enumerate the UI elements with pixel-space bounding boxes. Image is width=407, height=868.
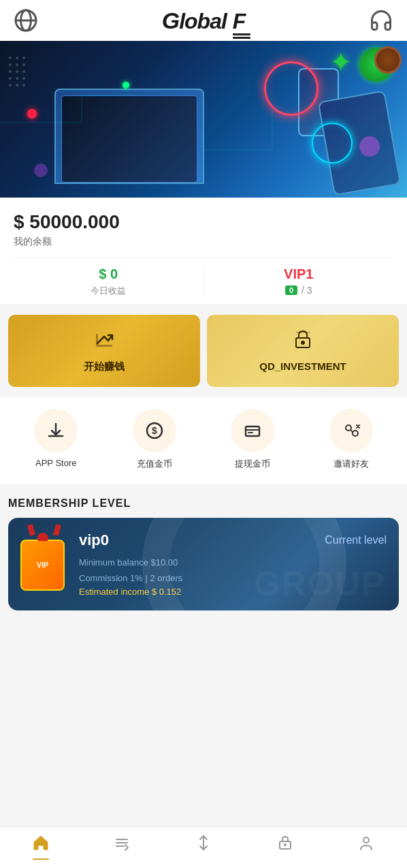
qd-investment-icon xyxy=(292,328,314,355)
svg-rect-25 xyxy=(96,345,112,347)
watermark-text: GROUP xyxy=(254,564,385,604)
start-earning-icon xyxy=(93,328,115,355)
coffee-decor xyxy=(374,46,402,74)
nav-investment[interactable] xyxy=(268,834,302,860)
svg-rect-31 xyxy=(246,427,259,436)
nav-profile[interactable] xyxy=(349,834,383,860)
app-store-label: APP Store xyxy=(35,458,76,468)
vip-total: / 3 xyxy=(302,285,312,296)
app-store-icon-circle xyxy=(34,409,78,452)
list-icon xyxy=(113,834,131,856)
home-active-indicator xyxy=(33,858,49,860)
vip-medal: VIP xyxy=(20,531,68,593)
home-icon xyxy=(32,834,50,856)
current-level-text: Current level xyxy=(325,534,387,546)
invite-icon-circle xyxy=(329,409,373,452)
balance-label: 我的余额 xyxy=(14,236,393,248)
withdraw-label: 提现金币 xyxy=(235,458,270,470)
header: Global F xyxy=(0,0,407,41)
svg-point-34 xyxy=(346,425,351,431)
membership-card: VIP vip0 Current level Minimum balance $… xyxy=(8,518,399,610)
action-buttons-row: 开始赚钱 QD_INVESTMENT xyxy=(0,304,407,398)
profile-icon xyxy=(357,834,375,856)
vip-stat: VIP1 0 / 3 xyxy=(204,266,394,297)
recharge-item[interactable]: $ 充值金币 xyxy=(133,409,176,470)
svg-point-35 xyxy=(353,431,358,436)
vip-count-badge: 0 xyxy=(285,285,297,295)
nav-transfer[interactable] xyxy=(186,834,221,860)
today-income-stat: $ 0 今日收益 xyxy=(14,266,204,297)
balance-amount: $ 50000.000 xyxy=(14,211,393,233)
svg-point-40 xyxy=(284,843,287,846)
globe-icon[interactable] xyxy=(14,8,38,33)
svg-point-41 xyxy=(363,837,369,843)
recharge-label: 充值金币 xyxy=(137,458,172,470)
balance-card: $ 50000.000 我的余额 $ 0 今日收益 VIP1 0 / 3 xyxy=(0,198,407,304)
withdraw-icon-circle xyxy=(231,409,274,452)
nav-list[interactable] xyxy=(105,834,139,860)
nav-home[interactable] xyxy=(24,834,58,860)
qd-investment-button[interactable]: QD_INVESTMENT xyxy=(207,315,399,387)
svg-point-28 xyxy=(301,341,305,345)
membership-title: MEMBERSHIP LEVEL xyxy=(8,497,399,510)
headset-icon[interactable] xyxy=(369,8,393,33)
hero-banner xyxy=(0,41,407,198)
withdraw-item[interactable]: 提现金币 xyxy=(231,409,274,470)
app-logo: Global F xyxy=(162,7,246,34)
vip-name: vip0 xyxy=(79,531,109,549)
circuit-lines xyxy=(0,41,407,198)
invite-item[interactable]: 邀请好友 xyxy=(329,409,373,470)
membership-section: MEMBERSHIP LEVEL VIP vip0 Current level … xyxy=(0,484,407,617)
quick-access-grid: APP Store $ 充值金币 提现金币 xyxy=(0,398,407,484)
svg-text:$: $ xyxy=(152,425,157,436)
start-earning-button[interactable]: 开始赚钱 xyxy=(8,315,200,387)
app-store-item[interactable]: APP Store xyxy=(34,409,78,470)
today-income-label: 今日收益 xyxy=(91,285,126,297)
investment-icon xyxy=(276,834,294,856)
svg-rect-26 xyxy=(96,334,98,345)
today-income-value: $ 0 xyxy=(99,266,118,282)
invite-label: 邀请好友 xyxy=(333,458,369,470)
vip-level: VIP1 xyxy=(284,266,313,282)
start-earning-label: 开始赚钱 xyxy=(84,360,125,373)
transfer-icon xyxy=(195,834,212,856)
balance-stats: $ 0 今日收益 VIP1 0 / 3 xyxy=(14,258,393,297)
recharge-icon-circle: $ xyxy=(133,409,176,452)
bottom-navigation xyxy=(0,826,407,868)
qd-investment-label: QD_INVESTMENT xyxy=(259,360,346,372)
